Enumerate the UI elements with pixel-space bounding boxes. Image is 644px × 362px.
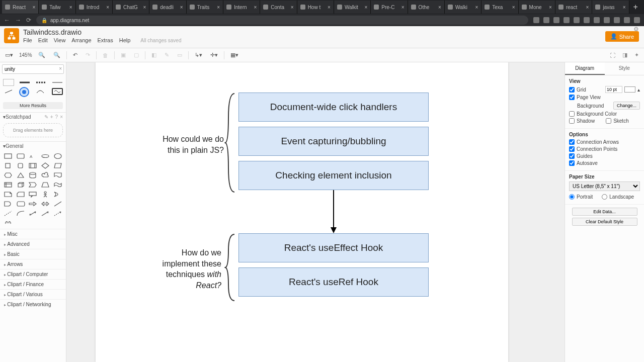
browser-tab[interactable]: Intern× <box>223 1 260 14</box>
delete-icon[interactable]: 🗑 <box>101 51 110 59</box>
add-icon[interactable]: + <box>50 114 53 120</box>
shape-card[interactable] <box>16 191 26 198</box>
reload-icon[interactable]: ⟳ <box>26 17 31 24</box>
line-style-dashed[interactable] <box>36 79 47 86</box>
zoom-in-icon[interactable]: 🔍 <box>36 51 47 59</box>
stepper-icon[interactable]: ▴ <box>637 87 640 93</box>
shape-actor[interactable] <box>40 191 51 198</box>
shape-arrow[interactable] <box>28 200 38 208</box>
shape-and[interactable] <box>3 200 14 208</box>
share-button[interactable]: 👤Share <box>605 31 639 42</box>
shape-hexagon[interactable] <box>3 171 14 179</box>
conn-arrows-checkbox[interactable] <box>569 139 575 145</box>
extension-icon[interactable] <box>543 17 549 23</box>
paper-size-select[interactable]: US Letter (8,5" x 11") <box>569 182 640 191</box>
undo-icon[interactable]: ↶ <box>71 51 79 59</box>
question-text-2[interactable]: How do weimplement thesetechniques withR… <box>141 247 221 291</box>
fill-color-icon[interactable]: ◧ <box>149 51 158 59</box>
shadow-checkbox[interactable] <box>569 118 575 124</box>
collapse-icon[interactable]: ⚙ <box>633 26 639 33</box>
grid-size-input[interactable] <box>605 86 622 93</box>
shape-link[interactable] <box>3 219 14 227</box>
shape-diamond[interactable] <box>40 162 51 169</box>
insert-icon[interactable]: ▦▾ <box>228 51 240 59</box>
menu-arrange[interactable]: Arrange <box>71 37 91 43</box>
menu-extras[interactable]: Extras <box>98 37 113 43</box>
portrait-radio[interactable] <box>569 194 575 200</box>
shape-line[interactable] <box>52 200 63 208</box>
browser-tab[interactable]: React× <box>2 1 39 14</box>
grid-color-swatch[interactable] <box>624 86 635 93</box>
zoom-out-icon[interactable]: 🔍 <box>51 51 62 59</box>
shape-rounded[interactable] <box>16 152 26 160</box>
format-panel-icon[interactable]: ◨ <box>620 51 629 59</box>
shape-rsquare[interactable] <box>16 162 26 169</box>
browser-tab[interactable]: Othe× <box>408 1 445 14</box>
browser-tab[interactable]: Mone× <box>519 1 555 14</box>
browser-tab[interactable]: Pre-C× <box>371 1 408 14</box>
more-results-button[interactable]: More Results <box>3 102 63 109</box>
landscape-radio[interactable] <box>602 194 607 200</box>
arrow-connector[interactable] <box>329 190 339 234</box>
shape-process[interactable] <box>28 162 38 169</box>
zoom-value[interactable]: 145% <box>19 52 32 58</box>
diagram-node[interactable]: React's useRef Hook <box>238 267 429 297</box>
clear-search-icon[interactable]: × <box>59 66 62 71</box>
diagram-node[interactable]: Document-wide click handlers <box>238 93 429 122</box>
shape-ellipse-wide[interactable] <box>40 152 51 160</box>
shape-triangle[interactable] <box>16 171 26 179</box>
conn-points-checkbox[interactable] <box>569 146 575 152</box>
extension-icon[interactable] <box>574 17 580 23</box>
shape-arrowline[interactable] <box>40 210 51 217</box>
waypoint-icon[interactable]: ✛▾ <box>208 51 220 59</box>
change-bg-button[interactable]: Change... <box>613 102 640 110</box>
browser-tab[interactable]: deadli× <box>149 1 186 14</box>
extension-icon[interactable] <box>634 17 640 23</box>
shape-or[interactable] <box>52 191 63 198</box>
shape-document[interactable] <box>52 171 63 179</box>
page-setup-button[interactable]: ▭▾ <box>3 51 15 59</box>
shape-biarrow[interactable] <box>40 200 51 208</box>
shape-curve1[interactable] <box>16 210 26 217</box>
menu-file[interactable]: File <box>23 37 32 43</box>
shape-tape[interactable] <box>52 181 63 189</box>
tab-style[interactable]: Style <box>605 62 645 75</box>
diagram-node[interactable]: Checking element inclusion <box>238 161 429 190</box>
close-icon[interactable]: × <box>32 5 35 10</box>
edit-data-button[interactable]: Edit Data... <box>572 208 637 216</box>
shape-note[interactable] <box>3 191 14 198</box>
browser-tab[interactable]: Introd× <box>76 1 113 14</box>
cat-advanced[interactable]: Advanced <box>0 239 66 249</box>
back-icon[interactable]: ← <box>4 17 10 24</box>
diagram-node[interactable]: Event capturing/bubbling <box>238 127 429 156</box>
shape-biarrowline[interactable] <box>28 210 38 217</box>
edit-icon[interactable]: ✎ <box>44 114 48 120</box>
extension-icon[interactable] <box>614 17 620 23</box>
browser-tab[interactable]: react× <box>555 1 592 14</box>
scratchpad-header[interactable]: ▾ Scratchpad ✎+?× <box>0 112 66 121</box>
address-bar[interactable]: 🔒 app.diagrams.net <box>36 16 528 25</box>
shape-cylinder[interactable] <box>28 171 38 179</box>
outline-icon[interactable]: ✦ <box>632 51 641 59</box>
diagram-node[interactable]: React's useEffect Hook <box>238 233 429 262</box>
sketch-checkbox[interactable] <box>606 118 611 124</box>
menu-edit[interactable]: Edit <box>38 37 48 43</box>
line-style-none[interactable] <box>3 79 14 86</box>
cat-clipart-computer[interactable]: Clipart / Computer <box>0 269 66 279</box>
cat-clipart-finance[interactable]: Clipart / Finance <box>0 279 66 289</box>
shape-rect[interactable] <box>3 152 14 160</box>
document-title[interactable]: Tailwindcss.drawio <box>23 28 181 36</box>
pageview-checkbox[interactable] <box>569 95 575 100</box>
shape-internal[interactable] <box>3 181 14 189</box>
to-front-icon[interactable]: ▣ <box>119 51 128 59</box>
cat-clipart-networking[interactable]: Clipart / Networking <box>0 299 66 309</box>
browser-tab[interactable]: Traits× <box>187 1 223 14</box>
close-icon[interactable]: × <box>60 114 63 120</box>
shape-dasharrow[interactable] <box>52 210 63 217</box>
extension-icon[interactable] <box>594 17 600 23</box>
extension-icon[interactable] <box>553 17 559 23</box>
edge-style-entity[interactable] <box>52 88 63 95</box>
line-style-solid[interactable] <box>19 79 30 86</box>
forward-icon[interactable]: → <box>15 17 21 24</box>
shape-callout[interactable] <box>28 191 38 198</box>
